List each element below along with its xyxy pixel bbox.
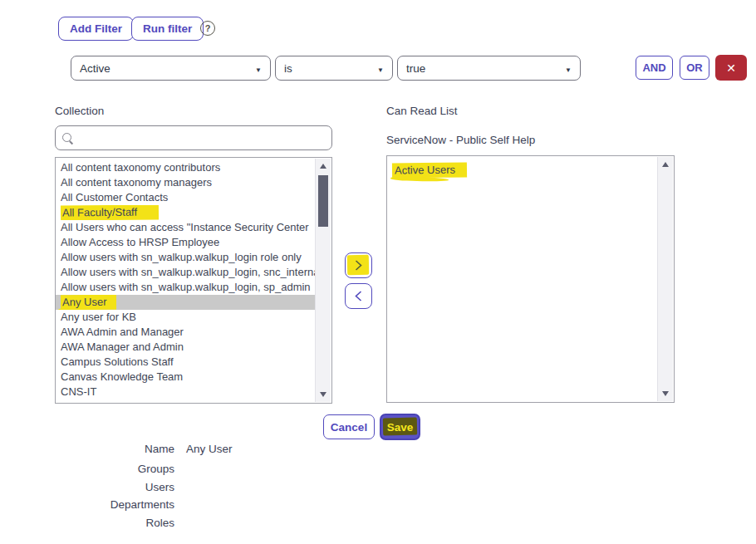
list-item[interactable]: Canvas Knowledge Team	[56, 370, 315, 385]
save-button-label: Save	[387, 421, 414, 434]
chevron-right-icon	[354, 259, 363, 272]
acl-editor-panel: Add Filter Run filter ? Active is true A…	[0, 0, 756, 544]
field-label: Departments	[0, 498, 174, 511]
highlighted-list-item-label: All Faculty/Staff	[61, 205, 159, 220]
add-filter-button[interactable]: Add Filter	[58, 17, 134, 41]
or-button[interactable]: OR	[680, 56, 709, 80]
chevron-down-icon	[565, 62, 572, 75]
list-item[interactable]: Content Template Group	[56, 399, 315, 404]
list-item[interactable]: AWA Admin and Manager	[56, 325, 315, 340]
chevron-left-icon	[354, 290, 363, 302]
collection-search-input[interactable]	[77, 132, 325, 145]
can-read-scrollbar	[657, 157, 673, 401]
scroll-down-icon[interactable]	[320, 392, 326, 397]
chevron-down-icon	[377, 62, 384, 75]
list-item[interactable]: Allow Access to HRSP Employee	[56, 235, 315, 250]
source-title: ServiceNow - Public Self Help	[386, 134, 535, 146]
cancel-button[interactable]: Cancel	[323, 414, 375, 439]
list-item[interactable]: Any user for KB	[56, 310, 315, 325]
delete-condition-button[interactable]: ✕	[715, 55, 747, 81]
field-label: Users	[0, 481, 174, 493]
move-right-button[interactable]	[345, 252, 372, 278]
save-button[interactable]: Save	[380, 414, 420, 440]
list-item[interactable]: Allow users with sn_walkup.walkup_login …	[56, 250, 315, 265]
list-item[interactable]: All Customer Contacts	[56, 190, 315, 205]
list-item[interactable]: All Users who can access "Instance Secur…	[56, 220, 315, 235]
scroll-up-icon[interactable]	[320, 164, 326, 169]
can-read-list: Active Users	[387, 156, 674, 178]
run-filter-button[interactable]: Run filter	[131, 17, 204, 41]
scroll-down-icon[interactable]	[662, 391, 669, 396]
list-item[interactable]: Allow users with sn_walkup.walkup_login,…	[56, 265, 315, 280]
highlighted-list-item-label: Any User	[61, 295, 117, 310]
search-icon	[62, 133, 72, 143]
field-label: Groups	[0, 463, 174, 475]
highlighted-list-item-label: Active Users	[392, 162, 467, 178]
collection-label: Collection	[55, 105, 104, 117]
list-item[interactable]: All Faculty/Staff	[56, 205, 315, 220]
list-item[interactable]: All content taxonomy contributors	[56, 160, 315, 175]
scrollbar-thumb[interactable]	[318, 175, 328, 227]
field-value: Any User	[186, 443, 233, 455]
collection-listbox: All content taxonomy contributors All co…	[55, 157, 332, 404]
list-item[interactable]: Allow users with sn_walkup.walkup_login,…	[56, 280, 315, 295]
filter-operator-select[interactable]: is	[275, 56, 393, 81]
scroll-up-icon[interactable]	[662, 162, 669, 167]
filter-value-value: true	[406, 62, 425, 75]
field-label: Name	[0, 443, 174, 455]
collection-search-box[interactable]	[55, 125, 332, 150]
filter-operator-value: is	[284, 62, 292, 75]
list-item[interactable]: Active Users	[387, 159, 674, 178]
help-icon[interactable]: ?	[200, 21, 215, 36]
collection-list: All content taxonomy contributors All co…	[56, 158, 331, 404]
filter-field-select[interactable]: Active	[71, 56, 271, 81]
chevron-down-icon	[255, 62, 262, 75]
filter-field-value: Active	[80, 62, 110, 75]
field-label: Roles	[0, 517, 174, 529]
list-item[interactable]: All content taxonomy managers	[56, 175, 315, 190]
move-left-button[interactable]	[345, 283, 372, 309]
list-item[interactable]: AWA Manager and Admin	[56, 340, 315, 355]
and-button[interactable]: AND	[636, 56, 673, 80]
transfer-buttons	[345, 252, 372, 309]
list-item[interactable]: Campus Solutions Staff	[56, 355, 315, 370]
can-read-list-label: Can Read List	[386, 105, 458, 117]
list-item-selected[interactable]: Any User	[56, 295, 315, 310]
filter-value-select[interactable]: true	[397, 56, 581, 81]
can-read-listbox: Active Users	[386, 155, 675, 403]
close-icon: ✕	[726, 61, 736, 75]
collection-scrollbar	[315, 159, 331, 402]
list-item[interactable]: CNS-IT	[56, 385, 315, 399]
